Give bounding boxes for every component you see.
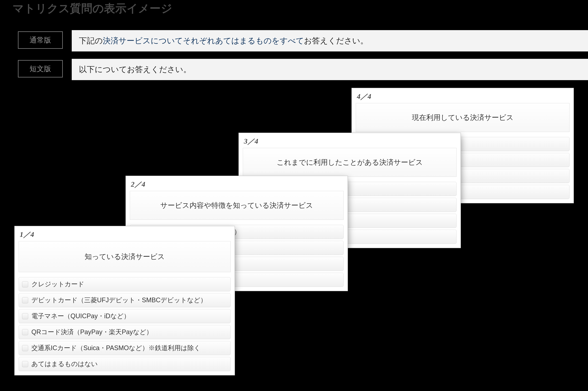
matrix-header: これまでに利用したことがある決済サービス (243, 148, 457, 177)
checkbox-icon[interactable] (22, 361, 28, 367)
matrix-header: 知っている決済サービス (19, 241, 231, 272)
matrix-header: サービス内容や特徴を知っている決済サービス (130, 191, 344, 220)
option-label: デビットカード（三菱UFJデビット・SMBCデビットなど） (31, 296, 207, 304)
checkbox-icon[interactable] (22, 281, 28, 287)
option-label: 電子マネー（QUICPay・iDなど） (31, 312, 130, 320)
option-list: クレジットカード デビットカード（三菱UFJデビット・SMBCデビットなど） 電… (19, 277, 231, 371)
prompt-normal-highlight: 決済サービスについてそれぞれあてはまるものをすべて (103, 36, 304, 45)
prompt-normal: 下記の決済サービスについてそれぞれあてはまるものをすべてお答えください。 (72, 30, 588, 51)
step-indicator: 3／4 (244, 136, 457, 146)
option-label: 交通系ICカード（Suica・PASMOなど）※鉄道利用は除く (31, 344, 200, 352)
list-item[interactable]: QRコード決済（PayPay・楽天Payなど） (19, 325, 231, 339)
label-short-version: 短文版 (18, 60, 63, 78)
step-indicator: 1／4 (20, 229, 231, 239)
list-item[interactable]: 電子マネー（QUICPay・iDなど） (19, 309, 231, 323)
checkbox-icon[interactable] (22, 297, 28, 303)
matrix-panel-1: 1／4 知っている決済サービス クレジットカード デビットカード（三菱UFJデビ… (14, 226, 235, 375)
option-label: クレジットカード (31, 280, 84, 289)
prompt-short: 以下についてお答えください。 (72, 59, 588, 80)
label-normal-version: 通常版 (18, 31, 63, 49)
list-item[interactable]: あてはまるものはない (19, 357, 231, 371)
prompt-normal-pre: 下記の (79, 36, 103, 45)
list-item[interactable]: クレジットカード (19, 277, 231, 291)
matrix-header: 現在利用している決済サービス (356, 103, 570, 132)
prompt-normal-post: お答えください。 (304, 36, 368, 45)
option-label: あてはまるものはない (31, 360, 98, 368)
list-item[interactable]: 交通系ICカード（Suica・PASMOなど）※鉄道利用は除く (19, 341, 231, 355)
option-label: QRコード決済（PayPay・楽天Payなど） (31, 328, 153, 336)
step-indicator: 2／4 (131, 179, 344, 189)
step-indicator: 4／4 (357, 92, 570, 101)
checkbox-icon[interactable] (22, 329, 28, 335)
page-title: マトリクス質問の表示イメージ (12, 1, 172, 16)
checkbox-icon[interactable] (22, 345, 28, 351)
list-item[interactable]: デビットカード（三菱UFJデビット・SMBCデビットなど） (19, 293, 231, 307)
checkbox-icon[interactable] (22, 313, 28, 319)
